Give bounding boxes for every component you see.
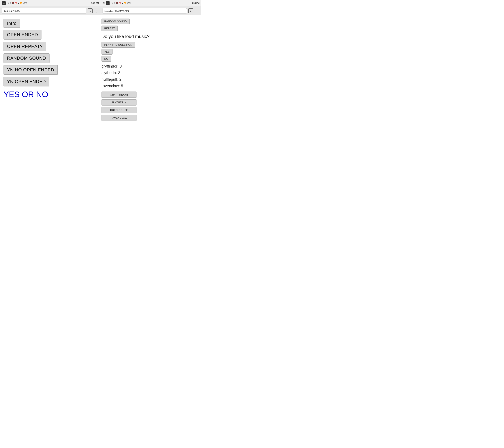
no-button[interactable]: NO xyxy=(102,56,111,62)
open-ended-button[interactable]: OPEN ENDED xyxy=(3,30,41,39)
photo-icon: 🖼 xyxy=(103,2,105,4)
left-panel: Intro OPEN ENDED OPEN REPEAT? RANDOM SOU… xyxy=(0,15,98,125)
moon-icon-right: ☽ xyxy=(111,2,113,4)
status-bar: Up ☽ ᛒ 🔇 ⏰ ▲ 📶 43% 8:53 PM 🖼 Up ☽ ᛒ 🔇 ⏰ … xyxy=(0,0,201,6)
score-hufflepuff: hufflepuff: 2 xyxy=(102,76,198,83)
tab-badge-right[interactable]: 1 xyxy=(188,8,193,13)
content-area: Intro OPEN ENDED OPEN REPEAT? RANDOM SOU… xyxy=(0,15,201,125)
browser-bar: 10.0.1.27:8000 1 ⋮ 10.0.1.27:8000/yn.htm… xyxy=(0,6,201,15)
browser-bar-right: 10.0.1.27:8000/yn.html 1 ⋮ xyxy=(101,6,201,15)
bluetooth-icon-left: ᛒ xyxy=(10,2,11,4)
yn-no-open-ended-button[interactable]: YN NO OPEN ENDED xyxy=(3,65,58,75)
more-button-left[interactable]: ⋮ xyxy=(94,9,99,13)
ravenclaw-button[interactable]: RAVENCLAW xyxy=(102,115,137,121)
address-box-right[interactable]: 10.0.1.27:8000/yn.html xyxy=(103,8,187,14)
hufflepuff-button[interactable]: HUFFLEPUFF xyxy=(102,107,137,113)
status-bar-right: 🖼 Up ☽ ᛒ 🔇 ⏰ ▲ 📶 43% 8:54 PM xyxy=(101,0,201,6)
battery-right: 43% xyxy=(127,2,131,4)
score-ravenclaw: ravenclaw: 5 xyxy=(102,83,198,89)
play-question-button[interactable]: PLAY THE QUESTION xyxy=(102,42,135,48)
status-icons-right: ᛒ 🔇 ⏰ ▲ 📶 43% xyxy=(114,2,131,4)
moon-icon-left: ☽ xyxy=(7,2,9,4)
score-gryffindor: gryffindor: 3 xyxy=(102,63,198,70)
random-sound-right-button[interactable]: RANDOM SOUND xyxy=(102,18,130,24)
question-text: Do you like loud music? xyxy=(102,34,198,39)
score-list: gryffindor: 3 slytherin: 2 hufflepuff: 2… xyxy=(102,63,198,89)
slytherin-button[interactable]: SLYTHERIN xyxy=(102,99,137,106)
tab-badge-left[interactable]: 1 xyxy=(88,8,92,13)
wifi-icon-right: ▲ xyxy=(122,2,124,4)
catch-icon-left: Up xyxy=(2,1,6,5)
bluetooth-icon-right: ᛒ xyxy=(114,2,115,4)
score-slytherin: slytherin: 2 xyxy=(102,70,198,76)
status-icons-left: ᛒ 🔇 ⏰ ▲ 📶 43% xyxy=(10,2,27,4)
open-repeat-button[interactable]: OPEN REPEAT? xyxy=(3,42,46,51)
mute-icon-right: 🔇 xyxy=(116,2,118,4)
time-left: 8:53 PM xyxy=(91,2,99,4)
yes-or-no-link[interactable]: YES OR NO xyxy=(3,90,48,99)
random-sound-button[interactable]: RANDOM SOUND xyxy=(3,53,50,63)
intro-button[interactable]: Intro xyxy=(3,19,20,28)
signal-icon-left: 📶 xyxy=(20,2,23,4)
browser-bar-left: 10.0.1.27:8000 1 ⋮ xyxy=(0,6,101,15)
battery-left: 43% xyxy=(23,2,27,4)
gryffindor-button[interactable]: GRYFFINDOR xyxy=(102,91,137,98)
signal-icon-right: 📶 xyxy=(124,2,126,4)
wifi-icon-left: ▲ xyxy=(18,2,19,4)
yn-open-ended-button[interactable]: YN OPEN ENDED xyxy=(3,77,49,87)
url-left: 10.0.1.27:8000 xyxy=(4,9,20,12)
time-right: 8:54 PM xyxy=(192,2,199,4)
top-buttons: RANDOM SOUND REPEAT xyxy=(102,18,198,31)
catch-icon-right: Up xyxy=(106,1,109,5)
status-bar-left: Up ☽ ᛒ 🔇 ⏰ ▲ 📶 43% 8:53 PM xyxy=(0,0,101,6)
right-panel: RANDOM SOUND REPEAT Do you like loud mus… xyxy=(98,15,201,125)
alarm-icon-left: ⏰ xyxy=(15,2,17,4)
mute-icon-left: 🔇 xyxy=(12,2,14,4)
yes-button[interactable]: YES xyxy=(102,49,112,54)
more-button-right[interactable]: ⋮ xyxy=(195,9,199,13)
address-box-left[interactable]: 10.0.1.27:8000 xyxy=(2,8,86,14)
url-right: 10.0.1.27:8000/yn.html xyxy=(105,9,129,12)
repeat-button[interactable]: REPEAT xyxy=(102,26,118,31)
alarm-icon-right: ⏰ xyxy=(119,2,121,4)
